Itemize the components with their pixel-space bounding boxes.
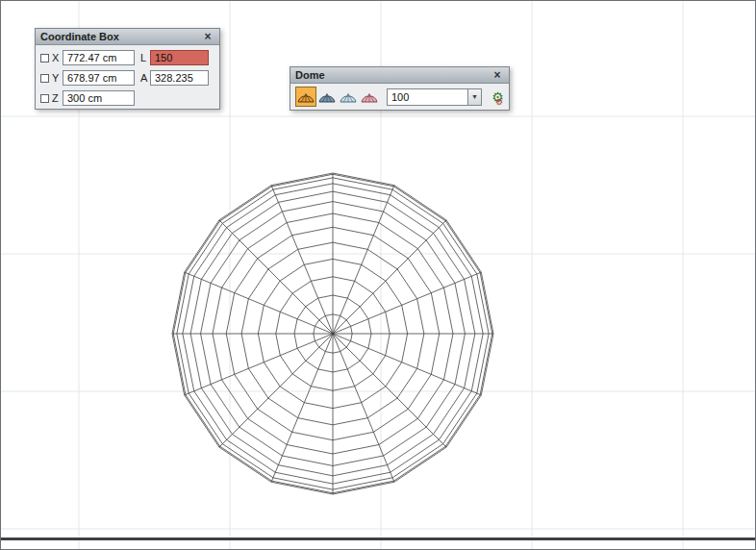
z-axis-label: Z bbox=[52, 92, 63, 104]
dome-palette-body: ▼ ⚙ ⚙ bbox=[290, 84, 509, 110]
dome-shaded-icon bbox=[317, 90, 337, 104]
segments-combo: ▼ bbox=[387, 88, 482, 106]
y-coordinate-input[interactable] bbox=[63, 70, 135, 86]
dome-palette-title: Dome bbox=[295, 69, 325, 81]
z-coordinate-input[interactable] bbox=[63, 90, 135, 106]
angle-input[interactable] bbox=[150, 70, 209, 86]
window-bottom-border bbox=[1, 538, 755, 540]
y-axis-label: Y bbox=[52, 72, 63, 84]
z-lock-checkbox[interactable] bbox=[40, 94, 49, 103]
coordinate-box-body: X Y Z L A bbox=[36, 45, 219, 109]
close-icon[interactable]: × bbox=[201, 30, 214, 43]
dome-outline-icon bbox=[360, 90, 379, 104]
dome-method-3-button[interactable] bbox=[338, 87, 359, 107]
dome-method-1-button[interactable] bbox=[295, 87, 316, 107]
coordinate-row-y: Y bbox=[40, 70, 135, 86]
dome-method-4-button[interactable] bbox=[359, 87, 380, 107]
dome-method-2-button[interactable] bbox=[316, 87, 338, 107]
coordinate-box-palette: Coordinate Box × X Y Z L A bbox=[35, 28, 220, 110]
coordinate-row-x: X bbox=[40, 50, 135, 65]
length-input[interactable] bbox=[150, 50, 209, 65]
coordinate-box-titlebar[interactable]: Coordinate Box × bbox=[36, 29, 219, 45]
angle-label: A bbox=[140, 72, 150, 84]
x-lock-checkbox[interactable] bbox=[40, 54, 49, 62]
dome-light-icon bbox=[339, 90, 358, 104]
dome-palette: Dome × bbox=[290, 66, 510, 111]
close-icon[interactable]: × bbox=[491, 68, 504, 82]
coordinate-row-z: Z bbox=[40, 90, 135, 106]
x-axis-label: X bbox=[52, 52, 63, 63]
length-label: L bbox=[140, 52, 150, 63]
dome-solid-icon bbox=[296, 90, 315, 104]
y-lock-checkbox[interactable] bbox=[40, 74, 49, 83]
gear-small-icon: ⚙ bbox=[495, 98, 503, 107]
chevron-down-icon[interactable]: ▼ bbox=[467, 88, 482, 106]
coordinate-box-title: Coordinate Box bbox=[40, 31, 119, 42]
x-coordinate-input[interactable] bbox=[63, 50, 135, 65]
dome-palette-titlebar[interactable]: Dome × bbox=[290, 67, 509, 84]
segments-value-input[interactable] bbox=[387, 88, 467, 106]
settings-button[interactable]: ⚙ ⚙ bbox=[491, 87, 504, 107]
